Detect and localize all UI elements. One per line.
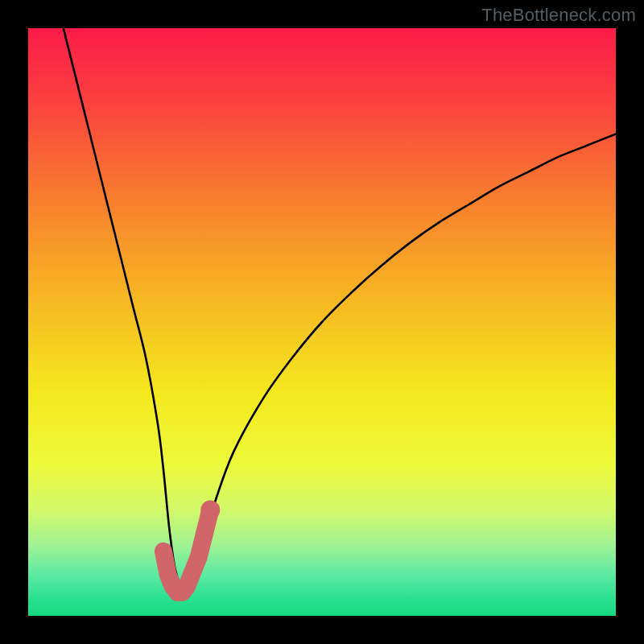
highlight-dot <box>185 568 198 581</box>
highlight-dot <box>191 550 206 565</box>
watermark-text: TheBottleneck.com <box>481 5 636 26</box>
chart-frame: TheBottleneck.com <box>0 0 644 644</box>
chart-svg <box>28 28 616 616</box>
highlight-dot <box>196 525 213 542</box>
plot-area <box>28 28 616 616</box>
highlight-dot <box>200 501 220 520</box>
